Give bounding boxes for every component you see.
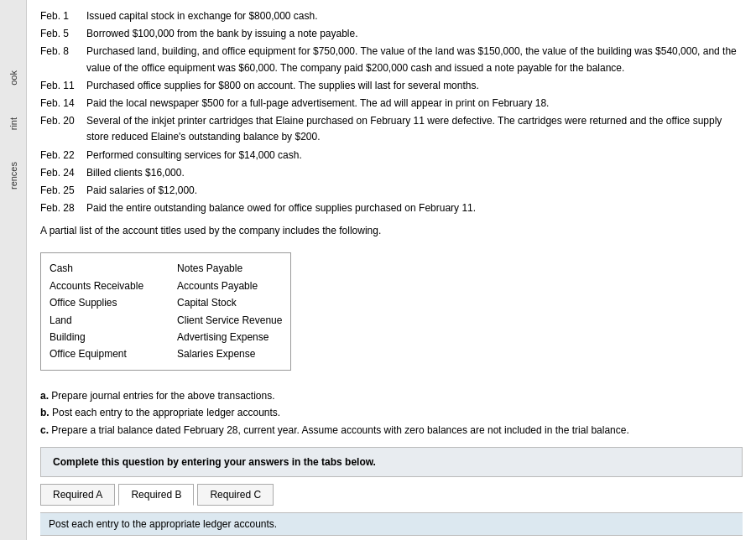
sidebar-item-rint[interactable]: rint	[7, 114, 20, 133]
transaction-row-3: Feb. 8 Purchased land, building, and off…	[40, 44, 743, 75]
transactions-block: Feb. 1 Issued capital stock in exchange …	[40, 8, 743, 216]
account-table: Cash Accounts Receivable Office Supplies…	[40, 252, 291, 370]
question-c: c. Prepare a trial balance dated Februar…	[40, 422, 743, 439]
complete-box-text: Complete this question by entering your …	[53, 456, 376, 468]
transaction-row-4: Feb. 11 Purchased office supplies for $8…	[40, 78, 743, 94]
feb-1-text: Issued capital stock in exchange for $80…	[86, 8, 743, 24]
main-content: Feb. 1 Issued capital stock in exchange …	[27, 0, 756, 540]
sidebar: ook rint rences	[0, 0, 27, 540]
accounts-right-col: Notes Payable Accounts Payable Capital S…	[177, 260, 282, 362]
account-advertising-expense: Advertising Expense	[177, 329, 282, 345]
feb-14-label: Feb. 14	[40, 96, 86, 112]
feb-20-label: Feb. 20	[40, 113, 86, 145]
feb-22-text: Performed consulting services for $14,00…	[86, 148, 743, 164]
account-capital-stock: Capital Stock	[177, 294, 282, 311]
account-accounts-payable: Accounts Payable	[177, 278, 282, 294]
feb-28-text: Paid the entire outstanding balance owed…	[86, 200, 743, 216]
feb-28-label: Feb. 28	[40, 200, 86, 216]
feb-25-label: Feb. 25	[40, 183, 86, 199]
transaction-row-5: Feb. 14 Paid the local newspaper $500 fo…	[40, 96, 743, 112]
account-columns: Cash Accounts Receivable Office Supplies…	[50, 260, 282, 362]
tab-required-b[interactable]: Required B	[118, 484, 194, 506]
post-instruction: Post each entry to the appropriate ledge…	[40, 512, 743, 536]
transaction-row-1: Feb. 1 Issued capital stock in exchange …	[40, 8, 743, 24]
account-service-revenue: Client Service Revenue	[177, 312, 282, 329]
transaction-row-10: Feb. 28 Paid the entire outstanding bala…	[40, 200, 743, 216]
feb-14-text: Paid the local newspaper $500 for a full…	[86, 96, 743, 112]
feb-24-text: Billed clients $16,000.	[86, 165, 743, 181]
transaction-row-6: Feb. 20 Several of the inkjet printer ca…	[40, 113, 743, 145]
account-equipment: Office Equipment	[50, 345, 143, 362]
transaction-row-9: Feb. 25 Paid salaries of $12,000.	[40, 183, 743, 199]
question-a: a. Prepare journal entries for the above…	[40, 387, 743, 404]
feb-22-label: Feb. 22	[40, 148, 86, 164]
feb-11-text: Purchased office supplies for $800 on ac…	[86, 78, 743, 94]
accounts-left-col: Cash Accounts Receivable Office Supplies…	[50, 260, 143, 362]
tab-required-c[interactable]: Required C	[197, 484, 274, 506]
feb-11-label: Feb. 11	[40, 78, 86, 94]
account-ar: Accounts Receivable	[50, 278, 143, 294]
feb-24-label: Feb. 24	[40, 165, 86, 181]
account-building: Building	[50, 329, 143, 345]
account-land: Land	[50, 312, 143, 329]
feb-20-text: Several of the inkjet printer cartridges…	[86, 113, 743, 145]
sidebar-item-ook[interactable]: ook	[7, 67, 20, 89]
questions-section: a. Prepare journal entries for the above…	[40, 387, 743, 439]
feb-1-label: Feb. 1	[40, 8, 86, 24]
account-supplies: Office Supplies	[50, 294, 143, 311]
account-salaries-expense: Salaries Expense	[177, 345, 282, 362]
account-notes-payable: Notes Payable	[177, 260, 282, 277]
transaction-row-7: Feb. 22 Performed consulting services fo…	[40, 148, 743, 164]
transaction-row-2: Feb. 5 Borrowed $100,000 from the bank b…	[40, 26, 743, 42]
account-intro: A partial list of the account titles use…	[40, 223, 743, 239]
feb-25-text: Paid salaries of $12,000.	[86, 183, 743, 199]
feb-8-label: Feb. 8	[40, 44, 86, 75]
feb-5-text: Borrowed $100,000 from the bank by issui…	[86, 26, 743, 42]
feb-8-text: Purchased land, building, and office equ…	[86, 44, 743, 75]
question-b: b. Post each entry to the appropriate le…	[40, 404, 743, 421]
account-cash: Cash	[50, 260, 143, 277]
tabs-row: Required A Required B Required C	[40, 484, 743, 506]
transaction-row-8: Feb. 24 Billed clients $16,000.	[40, 165, 743, 181]
feb-5-label: Feb. 5	[40, 26, 86, 42]
sidebar-item-rences[interactable]: rences	[7, 158, 20, 193]
complete-box: Complete this question by entering your …	[40, 447, 743, 477]
tab-required-a[interactable]: Required A	[40, 484, 115, 506]
